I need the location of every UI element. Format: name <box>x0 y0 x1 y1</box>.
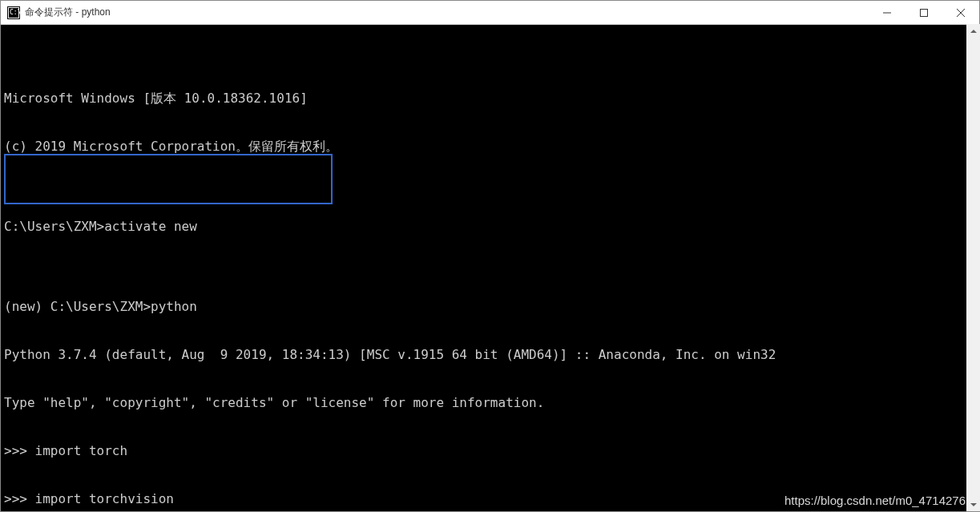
watermark: https://blog.csdn.net/m0_4714276 <box>784 494 966 507</box>
terminal-line: (new) C:\Users\ZXM>python <box>4 299 976 315</box>
terminal-line: Type "help", "copyright", "credits" or "… <box>4 395 976 411</box>
terminal-output: Microsoft Windows [版本 10.0.18362.1016] (… <box>4 58 976 511</box>
scroll-down-icon[interactable] <box>966 498 980 511</box>
terminal-line: Microsoft Windows [版本 10.0.18362.1016] <box>4 91 976 107</box>
svg-text:C:\: C:\ <box>10 9 20 16</box>
scroll-up-icon[interactable] <box>966 24 980 38</box>
scrollbar[interactable] <box>966 24 980 511</box>
window-controls <box>869 1 979 24</box>
window-title: 命令提示符 - python <box>25 6 869 19</box>
close-button[interactable] <box>942 1 979 24</box>
svg-rect-5 <box>921 9 928 16</box>
terminal-line: Python 3.7.4 (default, Aug 9 2019, 18:34… <box>4 347 976 363</box>
maximize-button[interactable] <box>905 1 942 24</box>
terminal[interactable]: Microsoft Windows [版本 10.0.18362.1016] (… <box>1 25 979 511</box>
minimize-button[interactable] <box>869 1 905 24</box>
svg-marker-9 <box>970 503 977 506</box>
terminal-line: >>> import torch <box>4 443 976 459</box>
svg-marker-8 <box>970 30 977 33</box>
command-prompt-window: C:\ 命令提示符 - python Microsoft Windows [版本… <box>0 0 980 512</box>
cmd-icon: C:\ <box>7 6 20 19</box>
terminal-line: (c) 2019 Microsoft Corporation。保留所有权利。 <box>4 139 976 155</box>
titlebar[interactable]: C:\ 命令提示符 - python <box>1 1 979 25</box>
terminal-line: C:\Users\ZXM>activate new <box>4 219 976 235</box>
